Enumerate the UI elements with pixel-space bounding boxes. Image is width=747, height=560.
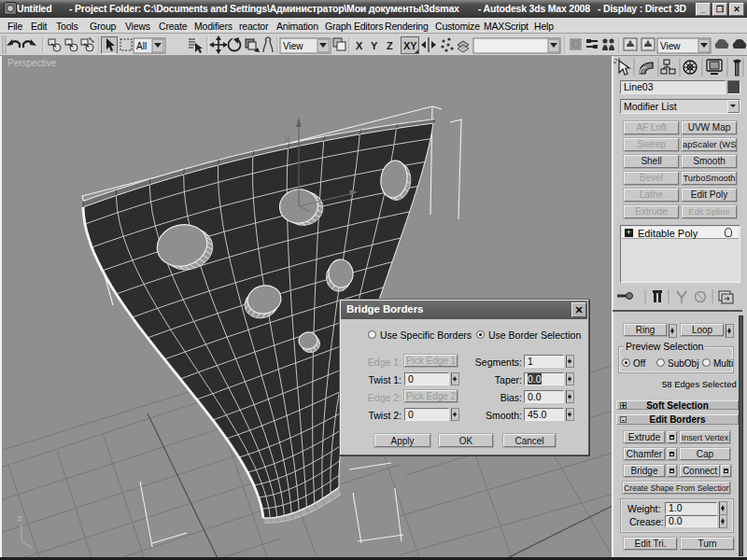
svg-text:View: View [283, 41, 303, 51]
svg-text:X: X [356, 40, 363, 51]
svg-text:All: All [136, 41, 147, 51]
svg-text:Y: Y [371, 40, 378, 51]
svg-text:Perspective: Perspective [7, 58, 57, 68]
svg-text:View: View [660, 41, 681, 51]
svg-text:z: z [18, 513, 22, 523]
svg-text:XY: XY [403, 40, 417, 51]
svg-text:Z: Z [387, 40, 393, 51]
